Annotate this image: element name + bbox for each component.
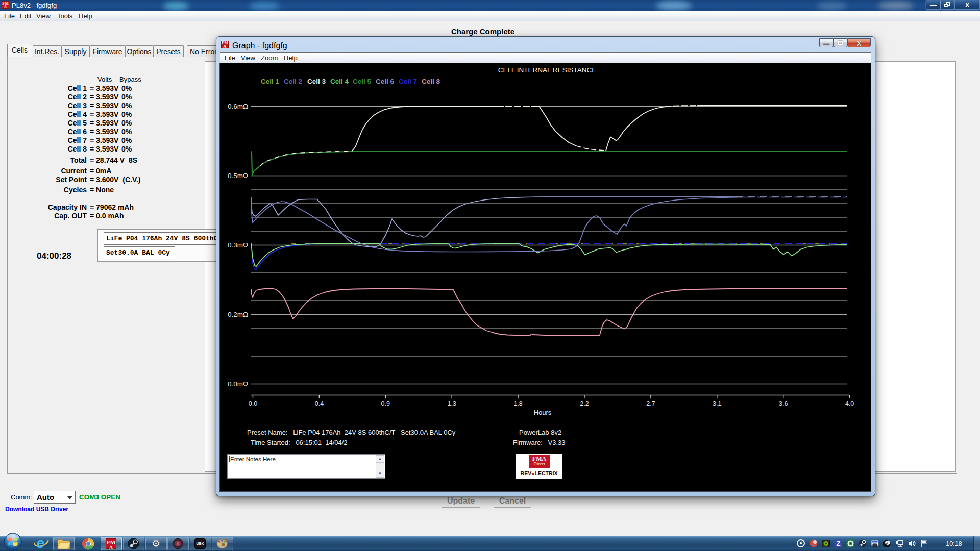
svg-text:2.7: 2.7 <box>646 400 655 407</box>
svg-text:0.6mΩ: 0.6mΩ <box>228 103 248 110</box>
svg-text:0.5mΩ: 0.5mΩ <box>228 172 248 180</box>
svg-text:0.4: 0.4 <box>315 400 324 407</box>
svg-text:0.2mΩ: 0.2mΩ <box>228 311 248 318</box>
svg-text:Cell 6: Cell 6 <box>376 78 395 85</box>
svg-text:1.8: 1.8 <box>513 400 522 407</box>
svg-text:CELL INTERNAL RESISTANCE: CELL INTERNAL RESISTANCE <box>498 66 596 74</box>
svg-text:Z: Z <box>837 540 841 547</box>
svg-text:Cell 1: Cell 1 <box>261 78 280 85</box>
svg-text:4.0: 4.0 <box>845 400 854 407</box>
svg-text:Cell 2: Cell 2 <box>284 78 302 85</box>
svg-text:0.9: 0.9 <box>381 400 390 407</box>
svg-text:0.0mΩ: 0.0mΩ <box>228 380 248 388</box>
svg-text:3.1: 3.1 <box>713 400 721 407</box>
svg-text:Cell 5: Cell 5 <box>353 78 372 85</box>
svg-text:Cell 4: Cell 4 <box>330 78 349 85</box>
svg-text:2.2: 2.2 <box>580 400 589 407</box>
svg-text:3.6: 3.6 <box>779 400 788 407</box>
svg-text:Hours: Hours <box>534 409 552 415</box>
svg-text:Cell 3: Cell 3 <box>307 78 326 85</box>
svg-text:0.0: 0.0 <box>249 400 257 407</box>
svg-text:e: e <box>36 535 44 551</box>
svg-text:Cell 8: Cell 8 <box>422 78 440 85</box>
svg-text:Cell 7: Cell 7 <box>399 78 417 85</box>
svg-text:0.3mΩ: 0.3mΩ <box>228 241 248 249</box>
svg-text:1.3: 1.3 <box>448 400 456 407</box>
